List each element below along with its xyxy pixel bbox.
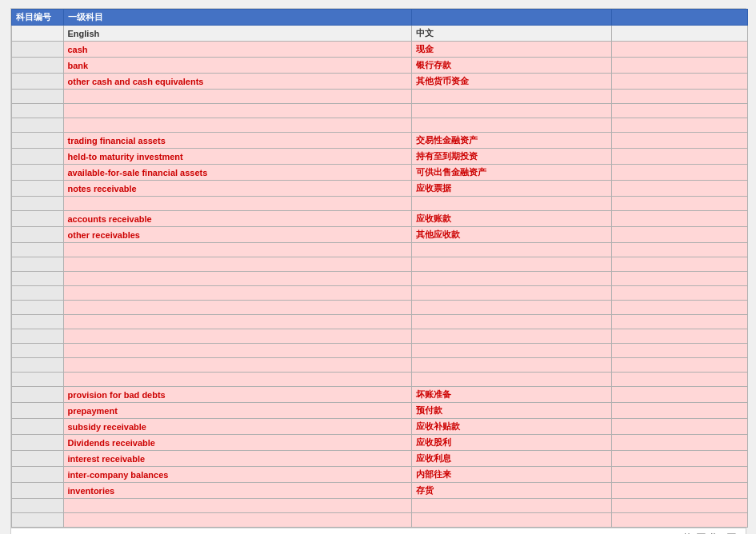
pagination: 第1页(共75页)	[11, 528, 746, 534]
table-row	[11, 513, 747, 528]
cell-english: other receivables	[63, 227, 411, 243]
cell-id	[11, 90, 63, 104]
table-row	[11, 373, 747, 387]
cell-chinese: 应收利息	[411, 451, 611, 467]
cell-english: bank	[63, 58, 411, 74]
cell-id	[11, 358, 63, 373]
header-col3	[411, 10, 611, 26]
cell-english	[63, 358, 411, 373]
cell-english: held-to maturity investment	[63, 149, 411, 165]
cell-extra	[611, 451, 747, 467]
cell-extra	[611, 344, 747, 358]
cell-english	[63, 373, 411, 387]
cell-extra	[611, 373, 747, 387]
table-row: available-for-sale financial assets 可供出售…	[11, 165, 747, 181]
cell-id	[11, 301, 63, 315]
cell-english	[63, 513, 411, 528]
cell-id	[11, 197, 63, 211]
cell-id	[11, 467, 63, 483]
table-row: other receivables 其他应收款	[11, 227, 747, 243]
cell-english	[63, 90, 411, 104]
cell-id	[11, 243, 63, 257]
table-row	[11, 301, 747, 315]
cell-id	[11, 272, 63, 286]
subheader-id	[11, 26, 63, 42]
cell-id	[11, 373, 63, 387]
table-row: cash 现金	[11, 42, 747, 58]
cell-extra	[611, 467, 747, 483]
table-row: subsidy receivable 应收补贴款	[11, 419, 747, 435]
cell-extra	[611, 358, 747, 373]
cell-chinese	[411, 358, 611, 373]
table-row	[11, 90, 747, 104]
cell-id	[11, 211, 63, 227]
cell-extra	[611, 243, 747, 257]
cell-chinese: 持有至到期投资	[411, 149, 611, 165]
cell-english: available-for-sale financial assets	[63, 165, 411, 181]
table-row: trading financial assets 交易性金融资产	[11, 133, 747, 149]
cell-id	[11, 499, 63, 513]
cell-id	[11, 483, 63, 499]
cell-english	[63, 301, 411, 315]
cell-extra	[611, 419, 747, 435]
cell-english: prepayment	[63, 403, 411, 419]
cell-chinese	[411, 257, 611, 272]
cell-chinese: 其他应收款	[411, 227, 611, 243]
cell-extra	[611, 387, 747, 403]
table-row: bank 银行存款	[11, 58, 747, 74]
cell-id	[11, 133, 63, 149]
cell-id	[11, 227, 63, 243]
table-row	[11, 329, 747, 344]
cell-extra	[611, 42, 747, 58]
table-row	[11, 286, 747, 301]
cell-chinese	[411, 243, 611, 257]
cell-id	[11, 165, 63, 181]
table-row	[11, 358, 747, 373]
cell-id	[11, 344, 63, 358]
cell-english	[63, 118, 411, 133]
table-row: interest receivable 应收利息	[11, 451, 747, 467]
cell-english: subsidy receivable	[63, 419, 411, 435]
cell-english	[63, 104, 411, 118]
cell-extra	[611, 211, 747, 227]
cell-extra	[611, 133, 747, 149]
cell-chinese	[411, 286, 611, 301]
cell-extra	[611, 513, 747, 528]
cell-chinese	[411, 197, 611, 211]
cell-chinese: 存货	[411, 483, 611, 499]
header-row: 科目编号 一级科目	[11, 10, 747, 26]
table-row: accounts receivable 应收账款	[11, 211, 747, 227]
cell-id	[11, 257, 63, 272]
cell-extra	[611, 90, 747, 104]
cell-chinese	[411, 499, 611, 513]
table-row	[11, 315, 747, 329]
table-row	[11, 197, 747, 211]
cell-extra	[611, 149, 747, 165]
cell-chinese: 应收股利	[411, 435, 611, 451]
cell-extra	[611, 272, 747, 286]
cell-chinese: 内部往来	[411, 467, 611, 483]
page-container: 科目编号 一级科目 English 中文 cash 现金 bank 银行存款	[10, 8, 746, 534]
cell-extra	[611, 315, 747, 329]
table-row: inventories 存货	[11, 483, 747, 499]
cell-chinese: 其他货币资金	[411, 74, 611, 90]
cell-chinese	[411, 344, 611, 358]
cell-id	[11, 435, 63, 451]
cell-chinese	[411, 373, 611, 387]
cell-chinese	[411, 315, 611, 329]
cell-chinese	[411, 329, 611, 344]
table-row	[11, 104, 747, 118]
cell-extra	[611, 104, 747, 118]
cell-chinese: 可供出售金融资产	[411, 165, 611, 181]
cell-chinese	[411, 513, 611, 528]
table-row: other cash and cash equivalents 其他货币资金	[11, 74, 747, 90]
cell-id	[11, 118, 63, 133]
cell-extra	[611, 197, 747, 211]
cell-english: inter-company balances	[63, 467, 411, 483]
cell-english	[63, 315, 411, 329]
table-row: provision for bad debts 坏账准备	[11, 387, 747, 403]
cell-english: accounts receivable	[63, 211, 411, 227]
cell-english	[63, 499, 411, 513]
cell-extra	[611, 74, 747, 90]
table-row	[11, 344, 747, 358]
